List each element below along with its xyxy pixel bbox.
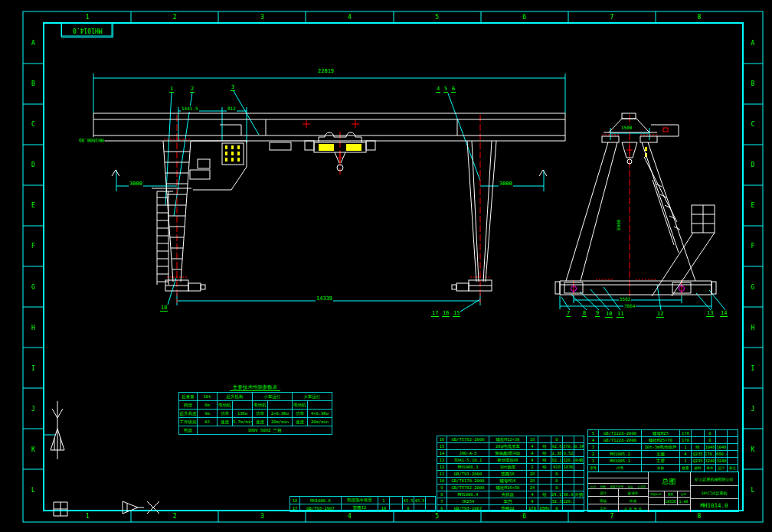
bom-cell: 28 (527, 471, 538, 478)
bom-cell: 10t跑车 (489, 464, 527, 471)
zone-row-label: G (743, 266, 763, 307)
bom-cell: 螺栓M25×70 (642, 437, 680, 444)
bom-cell (538, 471, 551, 478)
dim-base-width: 7064 (623, 303, 636, 309)
dim-rail-span: 14339 (316, 295, 333, 302)
param-cell: 8m (198, 401, 218, 410)
bom-cell: GB/T1228-2000 (599, 430, 642, 437)
param-row: 工作级别A3速度8.7m/min速度20m/min速度20m/min (179, 418, 332, 426)
zone-row-label: D (23, 145, 44, 185)
bom-cell: 32.3 (551, 498, 563, 505)
bom-cell: 聚氨酯缓冲器 (489, 450, 527, 457)
bom-cell: 7 (437, 498, 447, 505)
zone-col-label: 2 (131, 511, 218, 522)
bom-cell: 4 (588, 437, 599, 444)
bom-table-right: 5GB/T1228-2000螺母M2517604GB/T1228-2000螺栓M… (587, 429, 738, 472)
bom-cell (716, 430, 728, 437)
bom-cell (728, 451, 738, 458)
bom-cell: 0 (551, 478, 563, 485)
param-cell: A3 (198, 418, 218, 426)
margin-symbols (51, 401, 159, 516)
bom-row: 8MH1008.4夹轨器4组24.1596.6外购 (437, 491, 584, 498)
bom-cell: 1 (680, 444, 692, 451)
bom-cell (728, 437, 738, 444)
bom-cell: 垫圈22 (489, 505, 527, 512)
bom-cell: 夹轨器 (489, 491, 527, 498)
bom-row: 7JK254车挡432.3129.2 (437, 498, 584, 505)
bom-cell: 4 (527, 491, 538, 498)
bom-cell: 组 (538, 450, 551, 457)
bom-cell: 0 (551, 505, 563, 512)
side-view-geometry (555, 113, 716, 296)
param-cell (308, 401, 332, 410)
param-row: 跨度8m电动机电动机电动机 (179, 401, 332, 410)
bom-cell: 支腿 (642, 451, 680, 458)
bom-cell (563, 485, 574, 491)
company-cell: 矿山起重机械有限公司 (690, 472, 738, 485)
bom-header-cell: 单件 (705, 465, 716, 472)
zone-col-label: 6 (481, 511, 568, 522)
zone-row-label: I (743, 348, 763, 389)
bom-cell (728, 444, 738, 451)
bom-header-cell: 代号 (599, 465, 642, 472)
cad-sheet: 12345678 12345678 ABCDEFGHIJKL ABCDEFGHI… (0, 0, 772, 532)
bom-cell (563, 436, 574, 443)
bom-cell (574, 498, 584, 505)
bom-cell: 10t-3m电动葫芦 (642, 444, 680, 451)
bom-cell: 螺栓M16×50 (489, 485, 527, 491)
bom-cell: 1048 (705, 444, 716, 451)
bom-cell: 43.5 (403, 497, 414, 504)
process-cell: 工艺 (588, 504, 619, 512)
bom-header-cell: 材料 (692, 465, 705, 472)
bom-cell: 170.1 (705, 451, 716, 458)
datum-symbol (51, 401, 64, 459)
bom-cell: 螺母M16 (489, 478, 527, 485)
param-cell: 4×0.8Kw (308, 410, 332, 418)
bom-row: 17GB/T93-1987垫圈12160 (290, 504, 436, 512)
bom-cell (574, 436, 584, 443)
zone-col-label: 3 (218, 511, 306, 522)
dimension-lines (44, 23, 725, 435)
zone-row-label: K (23, 429, 44, 470)
bom-cell: 外购 (574, 491, 584, 498)
sheet-number: MH1014.0 (73, 27, 103, 34)
zone-band-top: 12345678 (44, 11, 743, 23)
hoist-highlights (225, 144, 647, 162)
zone-col-label: 6 (481, 11, 568, 23)
bom-header-cell: 数量 (680, 465, 692, 472)
bom-cell: Q235 (692, 458, 705, 465)
dim-height: 6000 (616, 219, 622, 231)
bom-cell: 组 (692, 444, 705, 451)
bom-cell: 2 (588, 451, 599, 458)
bom-cell: 4 (527, 450, 538, 457)
bom-cell (599, 444, 642, 451)
title-block: 标记处数更改文件号签名年月日 设计 标准化 审核 批准 工艺 共 张 第 张 总… (587, 472, 739, 512)
bom-cell: 1836 (563, 464, 574, 471)
balloon-8: 8 (582, 310, 587, 317)
bom-cell: 3240 (716, 458, 728, 465)
bom-cell: MH1008.6 (300, 497, 342, 504)
bom-cell: 176 (527, 505, 538, 512)
bom-row: 11GB/T93-2000垫圈16280 (437, 471, 584, 478)
bom-cell: 主梁 (642, 458, 680, 465)
bom-cell: 17 (290, 504, 300, 512)
bom-cell (538, 436, 551, 443)
param-cell: 功率 (293, 410, 308, 418)
bom-cell: JK254 (447, 498, 489, 505)
bom-cell: 15 (437, 443, 447, 450)
balloon-16: 16 (442, 310, 450, 317)
bom-row: 16GB/T5782-2000螺栓M12×30180 (437, 436, 584, 443)
balloon-5: 5 (443, 86, 448, 93)
bom-cell: GB/T93-1987 (300, 504, 342, 512)
bom-cell: 18 (290, 497, 300, 504)
bom-cell (728, 458, 738, 465)
zone-row-label: B (23, 64, 44, 104)
param-cell: 电动机 (218, 401, 233, 410)
bom-row: 2MH1005.2支腿4Q235170.1680.4 (588, 451, 738, 458)
bom-cell: GB/T1228-2000 (599, 437, 642, 444)
zone-row-label: J (23, 389, 44, 429)
bom-cell: JHQ-A-5 (447, 450, 489, 457)
param-cell (268, 401, 293, 410)
bom-cell: MH1005.2 (599, 451, 642, 458)
bom-cell (574, 485, 584, 491)
